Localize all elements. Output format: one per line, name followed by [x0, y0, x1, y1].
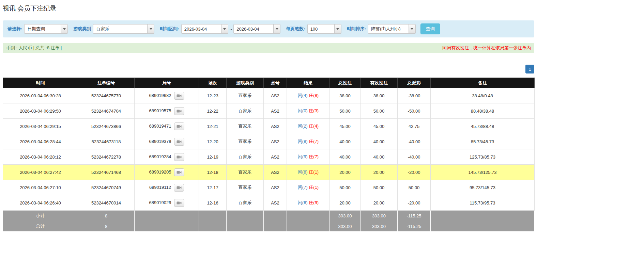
per-page-dropdown-button[interactable] [334, 24, 341, 33]
total-bet-link[interactable]: 50.00 [330, 180, 361, 195]
time-cell: 2026-03-04 06:28:12 [3, 149, 78, 165]
total-bet-link[interactable]: 38.00 [330, 88, 361, 103]
video-replay-button[interactable] [174, 153, 184, 161]
summary-empty-cell [287, 211, 330, 221]
total-bet-link[interactable]: 45.00 [330, 119, 361, 134]
round-cell: 689019379 [135, 134, 199, 149]
pagination: 1 [3, 65, 534, 73]
game-type-cell: 百家乐 [227, 134, 264, 149]
result-cell: 闲(6) 庄(9) [287, 195, 330, 211]
date-from-dropdown-button[interactable] [221, 24, 228, 33]
currency-total-text: 币别 : 人民币 | 总共 :8 注单 | [6, 45, 62, 51]
round-cell: 689019575 [135, 103, 199, 119]
table-row: 2026-03-04 06:26:40523244670014689019029… [3, 195, 535, 211]
total-bet-link[interactable]: 40.00 [330, 134, 361, 149]
payout-cell: -20.00 [398, 165, 431, 180]
column-header: 总派彩 [398, 78, 431, 88]
date-to-input[interactable] [234, 24, 273, 33]
summary-row: 总计8303.00303.00-115.25 [3, 221, 535, 232]
summary-empty-cell [264, 211, 287, 221]
summary-valid-bet: 303.00 [361, 211, 398, 221]
total-bet-link[interactable]: 20.00 [330, 165, 361, 180]
session-cell: 12-23 [199, 88, 227, 103]
note-cell: 115.73/95.73 [431, 195, 535, 211]
time-cell: 2026-03-04 06:30:28 [3, 88, 78, 103]
caret-down-icon [63, 28, 66, 30]
note-cell: 38.48/0.48 [431, 88, 535, 103]
table-no-cell: AS2 [264, 103, 287, 119]
caret-down-icon [336, 28, 339, 30]
valid-bet-cell: 20.00 [361, 195, 398, 211]
search-button[interactable]: 查询 [420, 23, 440, 34]
column-header: 时间 [3, 78, 78, 88]
session-cell: 12-17 [199, 180, 227, 195]
result-player: 闲(0) [298, 108, 308, 113]
total-bet-link[interactable]: 20.00 [330, 195, 361, 211]
total-bet-link[interactable]: 40.00 [330, 149, 361, 165]
page-button-1[interactable]: 1 [525, 65, 534, 73]
result-player: 闲(8) [298, 169, 308, 175]
valid-bet-cell: 50.00 [361, 103, 398, 119]
game-type-dropdown-button[interactable] [147, 24, 154, 33]
game-type-cell: 百家乐 [227, 88, 264, 103]
summary-empty-cell [227, 211, 264, 221]
video-replay-button[interactable] [174, 199, 184, 207]
table-no-cell: AS2 [264, 119, 287, 134]
video-camera-icon [177, 201, 182, 205]
round-cell: 689019471 [135, 119, 199, 134]
payout-cell: -40.00 [398, 149, 431, 165]
video-replay-button[interactable] [174, 122, 184, 130]
date-to-picker [233, 24, 280, 34]
video-replay-button[interactable] [174, 184, 184, 192]
column-header: 结果 [287, 78, 330, 88]
summary-bar: 币别 : 人民币 | 总共 :8 注单 | 同局有效投注，统一计算在该局第一张注… [3, 43, 534, 53]
table-no-cell: AS2 [264, 88, 287, 103]
date-to-dropdown-button[interactable] [273, 24, 280, 33]
note-cell: 88.48/38.48 [431, 103, 535, 119]
table-footer: 小计8303.00303.00-115.25总计8303.00303.00-11… [3, 211, 535, 232]
payout-cell: 50.00 [398, 180, 431, 195]
date-from-input[interactable] [182, 24, 221, 33]
total-bet-link[interactable]: 50.00 [330, 103, 361, 119]
table-row: 2026-03-04 06:29:50523244674704689019575… [3, 103, 535, 119]
table-no-cell: AS2 [264, 195, 287, 211]
column-header: 局号 [135, 78, 199, 88]
result-cell: 闲(4) 庄(8) [287, 88, 330, 103]
round-number: 689019205 [149, 169, 171, 174]
result-player: 闲(7) [298, 185, 308, 190]
bet-id-cell: 523244670014 [78, 195, 135, 211]
summary-valid-bet: 303.00 [361, 221, 398, 232]
result-cell: 闲(8) 庄(7) [287, 134, 330, 149]
result-cell: 闲(2) 庄(4) [287, 119, 330, 134]
table-no-cell: AS2 [264, 180, 287, 195]
round-cell: 689019205 [135, 165, 199, 180]
video-replay-button[interactable] [174, 92, 184, 100]
video-replay-button[interactable] [174, 107, 184, 115]
sort-order-dropdown-button[interactable] [409, 24, 415, 33]
sort-order-input[interactable] [368, 24, 409, 33]
video-replay-button[interactable] [174, 138, 184, 146]
game-type-cell: 百家乐 [227, 149, 264, 165]
per-page-combobox [307, 24, 341, 34]
result-banker: 庄(7) [309, 154, 319, 159]
column-header: 总投注 [330, 78, 361, 88]
summary-count: 8 [78, 221, 135, 232]
column-header: 注单编号 [78, 78, 135, 88]
video-replay-button[interactable] [174, 168, 184, 176]
time-cell: 2026-03-04 06:28:44 [3, 134, 78, 149]
table-header-row: 时间注单编号局号场次游戏类别桌号结果总投注有效投注总派彩备注 [3, 78, 535, 88]
query-type-input[interactable] [25, 24, 61, 33]
column-header: 有效投注 [361, 78, 398, 88]
per-page-input[interactable] [308, 24, 334, 33]
caret-down-icon [150, 28, 152, 30]
query-type-dropdown-button[interactable] [61, 24, 67, 33]
game-type-input[interactable] [93, 24, 147, 33]
summary-row: 小计8303.00303.00-115.25 [3, 211, 535, 221]
session-cell: 12-22 [199, 103, 227, 119]
page-title: 视讯 会员下注纪录 [3, 4, 534, 13]
session-cell: 12-16 [199, 195, 227, 211]
per-page-label: 每页笔数: [286, 26, 305, 32]
round-number: 689019575 [149, 108, 171, 113]
valid-bet-cell: 38.00 [361, 88, 398, 103]
video-camera-icon [177, 125, 182, 128]
